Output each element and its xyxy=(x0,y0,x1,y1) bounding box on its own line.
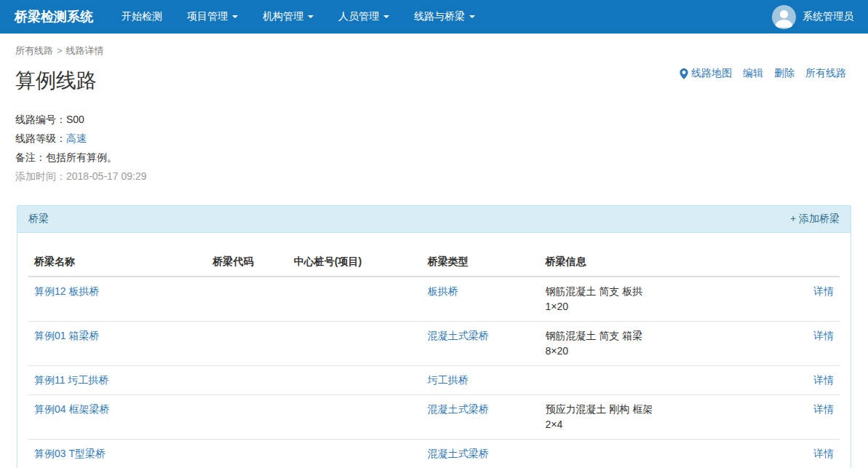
bridge-code-cell xyxy=(207,395,288,440)
table-row: 算例12 板拱桥 板拱桥 钢筋混凝土 简支 板拱 1×20 详情 xyxy=(28,277,840,322)
delete-link[interactable]: 删除 xyxy=(774,67,795,80)
column-header xyxy=(791,244,840,277)
detail-link[interactable]: 详情 xyxy=(813,330,834,341)
nav-item[interactable]: 机构管理 xyxy=(250,0,326,33)
chevron-down-icon xyxy=(469,15,475,18)
nav-item[interactable]: 人员管理 xyxy=(326,0,402,33)
bridge-name-link[interactable]: 算例01 箱梁桥 xyxy=(34,330,99,341)
nav-item[interactable]: 开始检测 xyxy=(109,0,175,33)
detail-link[interactable]: 详情 xyxy=(813,374,834,386)
edit-link[interactable]: 编辑 xyxy=(743,67,763,80)
panel-body: 桥梁名称桥梁代码中心桩号(项目)桥梁类型桥梁信息 算例12 板拱桥 板拱桥 钢筋… xyxy=(17,233,851,468)
detail-line: 线路编号：S00 xyxy=(15,110,853,129)
breadcrumb-separator: > xyxy=(57,45,63,56)
bridge-code-cell xyxy=(207,440,288,468)
bridge-station-cell xyxy=(288,395,422,440)
bridge-station-cell xyxy=(288,322,422,366)
bridge-type-cell: 板拱桥 xyxy=(422,277,540,322)
bridge-type-cell: 混凝土式梁桥 xyxy=(422,440,540,468)
column-header: 桥梁信息 xyxy=(539,244,791,277)
bridge-name-link[interactable]: 算例12 板拱桥 xyxy=(34,285,99,297)
breadcrumb-current: 线路详情 xyxy=(66,45,104,56)
bridge-station-cell xyxy=(288,277,422,322)
bridges-table: 桥梁名称桥梁代码中心桩号(项目)桥梁类型桥梁信息 算例12 板拱桥 板拱桥 钢筋… xyxy=(28,244,840,468)
column-header: 桥梁名称 xyxy=(28,244,207,277)
bridge-name-link[interactable]: 算例11 圬工拱桥 xyxy=(34,374,108,386)
bridge-station-cell xyxy=(288,366,422,395)
breadcrumb-link[interactable]: 所有线路 xyxy=(15,45,53,56)
detail-link[interactable]: 详情 xyxy=(813,403,834,415)
panel-title: 桥梁 xyxy=(28,213,49,226)
bridge-station-cell xyxy=(288,440,422,468)
user-avatar-icon xyxy=(772,5,796,29)
column-header: 中心桩号(项目) xyxy=(288,244,422,277)
table-header-row: 桥梁名称桥梁代码中心桩号(项目)桥梁类型桥梁信息 xyxy=(28,244,840,277)
add-bridge-button[interactable]: + 添加桥梁 xyxy=(790,213,840,226)
detail-line: 线路等级：高速 xyxy=(15,129,853,148)
page-actions: 线路地图 编辑 删除 所有线路 xyxy=(680,67,846,80)
bridge-name-link[interactable]: 算例04 框架梁桥 xyxy=(34,403,109,415)
table-row: 算例03 T型梁桥 混凝土式梁桥 详情 xyxy=(28,440,840,468)
column-header: 桥梁类型 xyxy=(422,244,540,277)
chevron-down-icon xyxy=(308,15,314,18)
bridges-panel: 桥梁 + 添加桥梁 桥梁名称桥梁代码中心桩号(项目)桥梁类型桥梁信息 算例12 … xyxy=(17,205,851,468)
detail-link[interactable]: 详情 xyxy=(813,285,834,297)
chevron-down-icon xyxy=(383,15,389,18)
line-map-link[interactable]: 线路地图 xyxy=(680,67,732,80)
bridge-info-cell xyxy=(539,366,791,395)
chevron-down-icon xyxy=(232,15,238,18)
bridge-code-cell xyxy=(207,322,288,366)
bridge-info-cell: 预应力混凝土 刚构 框架 2×4 xyxy=(539,395,791,440)
detail-line: 备注：包括所有算例。 xyxy=(15,148,853,167)
bridge-code-cell xyxy=(207,366,288,395)
table-row: 算例04 框架梁桥 混凝土式梁桥 预应力混凝土 刚构 框架 2×4 详情 xyxy=(28,395,840,440)
nav-item[interactable]: 线路与桥梁 xyxy=(402,0,487,33)
main-nav: 开始检测 项目管理 机构管理 人员管理 线路与桥梁 xyxy=(109,0,487,33)
app-title[interactable]: 桥梁检测系统 xyxy=(15,8,93,25)
table-body: 算例12 板拱桥 板拱桥 钢筋混凝土 简支 板拱 1×20 详情 算例01 箱梁… xyxy=(28,277,840,468)
bridge-type-cell: 混凝土式梁桥 xyxy=(422,322,540,366)
all-lines-link[interactable]: 所有线路 xyxy=(805,67,846,80)
bridge-info-cell: 钢筋混凝土 简支 板拱 1×20 xyxy=(539,277,791,322)
detail-line: 添加时间：2018-05-17 09:29 xyxy=(15,167,853,186)
panel-heading: 桥梁 + 添加桥梁 xyxy=(17,206,851,233)
column-header: 桥梁代码 xyxy=(207,244,288,277)
bridge-info-cell xyxy=(539,440,791,468)
table-row: 算例11 圬工拱桥 圬工拱桥 详情 xyxy=(28,366,840,395)
user-menu[interactable]: 系统管理员 xyxy=(772,5,853,29)
line-details: 线路编号：S00 线路等级：高速 备注：包括所有算例。 添加时间：2018-05… xyxy=(15,110,853,186)
bridge-code-cell xyxy=(207,277,288,322)
bridge-info-cell: 钢筋混凝土 简支 箱梁 8×20 xyxy=(539,322,791,366)
bridge-type-cell: 圬工拱桥 xyxy=(422,366,540,395)
map-pin-icon xyxy=(680,68,688,79)
bridge-name-link[interactable]: 算例03 T型梁桥 xyxy=(34,448,105,459)
bridge-type-cell: 混凝土式梁桥 xyxy=(422,395,540,440)
detail-link[interactable]: 详情 xyxy=(813,448,834,459)
page-content: 所有线路>线路详情 线路地图 编辑 删除 所有线路 算例线路 线路编号：S00 … xyxy=(0,44,868,186)
top-navbar: 桥梁检测系统 开始检测 项目管理 机构管理 人员管理 线路与桥梁 系统管理员 xyxy=(0,0,868,33)
breadcrumb: 所有线路>线路详情 xyxy=(15,44,853,57)
nav-item[interactable]: 项目管理 xyxy=(175,0,250,33)
table-row: 算例01 箱梁桥 混凝土式梁桥 钢筋混凝土 简支 箱梁 8×20 详情 xyxy=(28,322,840,366)
user-name: 系统管理员 xyxy=(803,10,853,23)
